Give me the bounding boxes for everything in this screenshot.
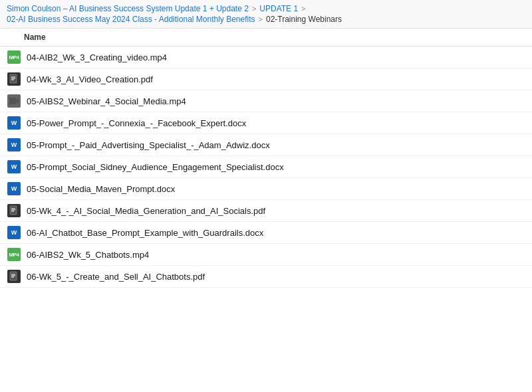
file-name-label: 05-Power_Prompt_-_Connexia_-_Facebook_Ex… bbox=[27, 118, 246, 128]
pdf-icon bbox=[7, 270, 21, 283]
file-icon bbox=[7, 269, 21, 284]
file-name-label: 06-AI_Chatbot_Base_Prompt_Example_with_G… bbox=[27, 228, 263, 238]
breadcrumb: Simon Coulson – AI Business Success Syst… bbox=[0, 0, 532, 29]
file-icon: W bbox=[7, 116, 21, 130]
file-name-label: 05-Prompt_Social_Sidney_Audience_Engagem… bbox=[27, 162, 284, 172]
file-icon: W bbox=[7, 159, 21, 174]
mp4-icon: MP4 bbox=[7, 248, 21, 261]
breadcrumb-separator-3: > bbox=[259, 15, 263, 23]
file-icon: W bbox=[7, 138, 21, 152]
list-item[interactable]: W05-Prompt_Social_Sidney_Audience_Engage… bbox=[0, 156, 532, 178]
breadcrumb-item-class[interactable]: 02-AI Business Success May 2024 Class - … bbox=[7, 15, 255, 24]
breadcrumb-item-webinars: 02-Training Webinars bbox=[266, 15, 342, 24]
list-item[interactable]: 06-Wk_5_-_Create_and_Sell_AI_Chatbots.pd… bbox=[0, 266, 532, 288]
breadcrumb-separator-1: > bbox=[252, 5, 256, 13]
file-list-container: Name MP404-AIB2_Wk_3_Creating_video.mp40… bbox=[0, 29, 532, 288]
file-icon: W bbox=[7, 225, 21, 240]
svg-marker-6 bbox=[16, 98, 19, 104]
file-rows: MP404-AIB2_Wk_3_Creating_video.mp404-Wk_… bbox=[0, 47, 532, 288]
file-icon: MP4 bbox=[7, 247, 21, 262]
word-icon: W bbox=[7, 160, 21, 173]
file-name-label: 05-Prompt_-_Paid_Advertising_Specialist_… bbox=[27, 140, 270, 150]
file-name-label: 05-Wk_4_-_AI_Social_Media_Generation_and… bbox=[27, 206, 265, 216]
word-icon: W bbox=[7, 138, 21, 151]
file-icon bbox=[7, 203, 21, 218]
file-name-label: 06-AIBS2_Wk_5_Chatbots.mp4 bbox=[27, 250, 149, 260]
list-item[interactable]: 05-AIBS2_Webinar_4_Social_Media.mp4 bbox=[0, 90, 532, 112]
file-name-label: 05-Social_Media_Maven_Prompt.docx bbox=[27, 184, 175, 194]
file-name-label: 06-Wk_5_-_Create_and_Sell_AI_Chatbots.pd… bbox=[27, 272, 205, 282]
file-name-label: 04-Wk_3_AI_Video_Creation.pdf bbox=[27, 74, 153, 84]
file-icon: MP4 bbox=[7, 50, 21, 64]
file-icon: W bbox=[7, 181, 21, 196]
word-icon: W bbox=[7, 182, 21, 195]
file-icon bbox=[7, 94, 21, 108]
file-name-label: 05-AIBS2_Webinar_4_Social_Media.mp4 bbox=[27, 96, 186, 106]
breadcrumb-item-update1[interactable]: UPDATE 1 bbox=[259, 4, 298, 13]
list-item[interactable]: 05-Wk_4_-_AI_Social_Media_Generation_and… bbox=[0, 200, 532, 222]
file-icon bbox=[7, 72, 21, 86]
svg-rect-5 bbox=[9, 98, 16, 104]
breadcrumb-separator-2: > bbox=[301, 5, 305, 13]
list-item[interactable]: W05-Social_Media_Maven_Prompt.docx bbox=[0, 178, 532, 200]
word-icon: W bbox=[7, 116, 21, 130]
list-item[interactable]: MP406-AIBS2_Wk_5_Chatbots.mp4 bbox=[0, 244, 532, 266]
pdf-icon bbox=[7, 204, 21, 217]
list-item[interactable]: W06-AI_Chatbot_Base_Prompt_Example_with_… bbox=[0, 222, 532, 244]
breadcrumb-item-root[interactable]: Simon Coulson – AI Business Success Syst… bbox=[7, 4, 249, 13]
list-item[interactable]: W05-Prompt_-_Paid_Advertising_Specialist… bbox=[0, 134, 532, 156]
file-name-label: 04-AIB2_Wk_3_Creating_video.mp4 bbox=[27, 52, 167, 62]
pdf-icon bbox=[7, 72, 21, 86]
list-item[interactable]: 04-Wk_3_AI_Video_Creation.pdf bbox=[0, 68, 532, 90]
list-item[interactable]: W05-Power_Prompt_-_Connexia_-_Facebook_E… bbox=[0, 112, 532, 134]
video-icon bbox=[7, 94, 21, 108]
word-icon: W bbox=[7, 226, 21, 239]
column-header-name: Name bbox=[0, 29, 532, 47]
list-item[interactable]: MP404-AIB2_Wk_3_Creating_video.mp4 bbox=[0, 47, 532, 68]
mp4-icon: MP4 bbox=[7, 50, 21, 64]
